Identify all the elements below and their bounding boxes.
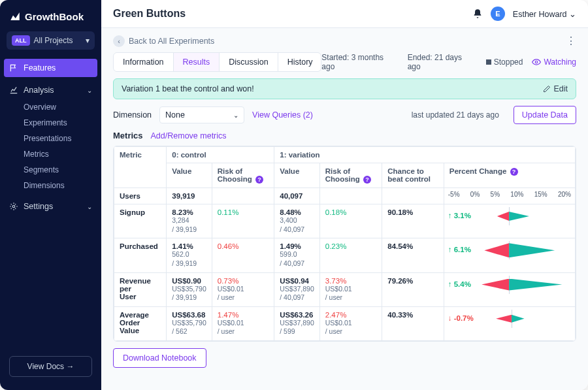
tab-discussion[interactable]: Discussion	[220, 53, 278, 71]
col-metric: Metric	[114, 147, 167, 188]
metric-name: Purchased	[114, 238, 167, 272]
col-risk-0: Risk of Choosing ?	[212, 163, 274, 188]
svg-point-0	[12, 205, 15, 208]
banner-text: Variation 1 beat the control and won!	[122, 84, 254, 93]
cell-chance: 79.26%	[382, 272, 444, 306]
col-v0: 0: control	[167, 147, 274, 163]
project-label: All Projects	[34, 36, 73, 45]
cell-risk: 2.47%US$0.01/ user	[319, 306, 382, 340]
view-queries-link[interactable]: View Queries (2)	[252, 110, 313, 120]
cell-value: 8.48%3,400/ 40,097	[274, 204, 320, 238]
nav-sub-dimensions[interactable]: Dimensions	[0, 178, 101, 193]
nav-sub-experiments[interactable]: Experiments	[0, 115, 101, 131]
back-link[interactable]: ‹ Back to All Experiments	[113, 35, 214, 47]
violin-plot	[477, 207, 568, 225]
update-data-button[interactable]: Update Data	[514, 106, 576, 124]
table-row: AverageOrder ValueUS$63.68US$35,790/ 562…	[114, 306, 576, 340]
add-remove-metrics-link[interactable]: Add/Remove metrics	[151, 131, 227, 140]
pencil-icon	[543, 85, 551, 93]
metric-name: Users	[114, 188, 167, 204]
nav-analysis[interactable]: Analysis ⌄	[0, 81, 101, 99]
nav-sub-metrics[interactable]: Metrics	[0, 146, 101, 162]
cell-risk: 1.47%US$0.01/ user	[212, 306, 274, 340]
stop-icon	[486, 59, 491, 65]
change-value: ↓ -0.7%	[448, 314, 474, 322]
sidebar: GrowthBook ALL All Projects ▾ Features A…	[0, 0, 101, 390]
metric-name: Revenue perUser	[114, 272, 167, 306]
cell-value: 39,919	[167, 188, 212, 204]
nav-analysis-label: Analysis	[24, 86, 54, 95]
edit-button[interactable]: Edit	[543, 84, 568, 93]
stopped-badge: Stopped	[486, 57, 523, 67]
growthbook-logo-icon	[9, 10, 21, 22]
cell-value: 8.23%3,284/ 39,919	[167, 204, 212, 238]
avatar[interactable]: E	[491, 7, 505, 21]
watching-toggle[interactable]: Watching	[532, 57, 576, 67]
download-notebook-button[interactable]: Download Notebook	[113, 348, 206, 368]
cell-risk	[319, 188, 382, 204]
eye-icon	[532, 57, 541, 67]
nav-sub-overview[interactable]: Overview	[0, 99, 101, 115]
started-meta: Started: 3 months ago	[321, 53, 398, 71]
view-docs-button[interactable]: View Docs →	[9, 356, 92, 377]
col-value-1: Value	[274, 163, 320, 188]
content: ‹ Back to All Experiments ⋮ Information …	[101, 28, 588, 390]
tabs: Information Results Discussion History	[113, 52, 321, 72]
cell-percent-change: -5%0%5%10%15%20%	[444, 188, 575, 204]
cell-risk: 0.18%	[319, 204, 382, 238]
cell-risk: 0.73%US$0.01/ user	[212, 272, 274, 306]
dimension-label: Dimension	[113, 110, 152, 120]
metric-name: Signup	[114, 204, 167, 238]
bell-icon[interactable]	[472, 8, 483, 19]
col-chance: Chance to beat control	[382, 163, 444, 188]
table-row: Revenue perUserUS$0.90US$35,790/ 39,9190…	[114, 272, 576, 306]
table-row: Users39,91940,097-5%0%5%10%15%20%	[114, 188, 576, 204]
violin-plot	[477, 276, 568, 294]
cell-percent-change: ↑ 3.1%	[444, 204, 575, 238]
back-arrow-icon: ‹	[113, 35, 125, 47]
change-value: ↑ 5.4%	[448, 280, 471, 288]
cell-risk: 3.73%US$0.01/ user	[319, 272, 382, 306]
dimension-value: None	[165, 110, 185, 120]
chart-icon	[9, 86, 18, 95]
cell-risk: 0.23%	[319, 238, 382, 272]
change-value: ↑ 6.1%	[448, 246, 471, 253]
cell-value: 1.41%562.0/ 39,919	[167, 238, 212, 272]
cell-value: US$63.26US$37,890/ 599	[274, 306, 320, 340]
ended-meta: Ended: 21 days ago	[408, 53, 477, 71]
cell-value: US$0.94US$37,890/ 40,097	[274, 272, 320, 306]
table-row: Signup8.23%3,284/ 39,9190.11%8.48%3,400/…	[114, 204, 576, 238]
nav-features[interactable]: Features	[4, 59, 97, 77]
nav-sub-presentations[interactable]: Presentations	[0, 131, 101, 146]
dimension-select[interactable]: None ⌄	[159, 106, 244, 123]
nav-settings[interactable]: Settings ⌄	[0, 197, 101, 216]
result-banner: Variation 1 beat the control and won! Ed…	[113, 78, 576, 99]
help-icon[interactable]: ?	[255, 176, 263, 184]
chevron-down-icon: ⌄	[87, 203, 92, 210]
flag-icon	[9, 63, 18, 73]
tab-history[interactable]: History	[278, 53, 322, 71]
logo: GrowthBook	[0, 7, 101, 31]
cell-percent-change: ↓ -0.7%	[444, 306, 575, 340]
cell-value: US$0.90US$35,790/ 39,919	[167, 272, 212, 306]
tab-information[interactable]: Information	[114, 53, 174, 71]
brand-name: GrowthBook	[25, 11, 84, 22]
col-risk-1: Risk of Choosing ?	[319, 163, 382, 188]
help-icon[interactable]: ?	[363, 176, 371, 184]
help-icon[interactable]: ?	[510, 168, 518, 176]
cell-value: 1.49%599.0/ 40,097	[274, 238, 320, 272]
svg-point-1	[536, 61, 538, 63]
user-menu[interactable]: Esther Howard ⌄	[513, 9, 576, 19]
tab-results[interactable]: Results	[174, 53, 220, 71]
cell-risk: 0.11%	[212, 204, 274, 238]
table-row: Purchased1.41%562.0/ 39,9190.46%1.49%599…	[114, 238, 576, 272]
topbar: Green Buttons E Esther Howard ⌄	[101, 0, 588, 28]
col-percent-change: Percent Change ?	[444, 163, 575, 188]
more-menu-icon[interactable]: ⋮	[566, 35, 576, 47]
nav-sub-segments[interactable]: Segments	[0, 162, 101, 178]
project-selector[interactable]: ALL All Projects ▾	[7, 31, 95, 50]
nav-settings-label: Settings	[24, 202, 53, 211]
chevron-down-icon: ⌄	[233, 112, 238, 119]
metric-name: AverageOrder Value	[114, 306, 167, 340]
cell-value: US$63.68US$35,790/ 562	[167, 306, 212, 340]
